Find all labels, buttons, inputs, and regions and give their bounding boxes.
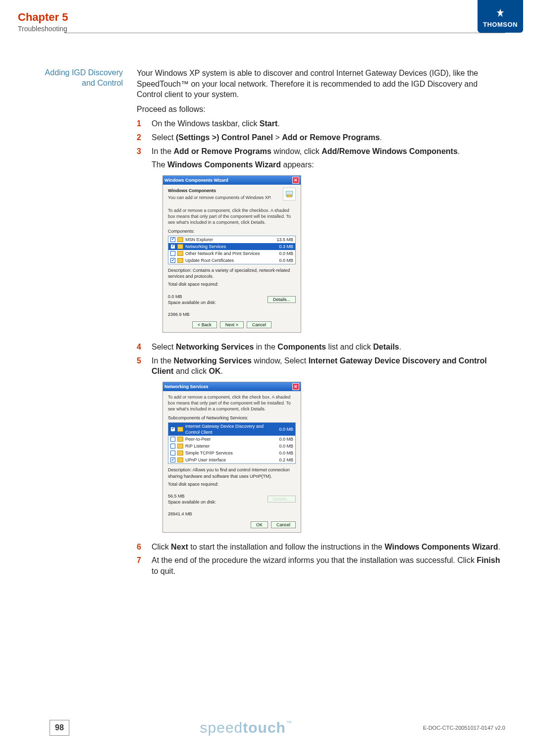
list-item[interactable]: RIP Listener0.0 MB [168,443,295,450]
step-6: 6 Click Next to start the installation a… [137,542,505,553]
step-1: 1 On the Windows taskbar, click Start. [137,118,505,129]
folder-icon [177,258,183,263]
step-number: 7 [137,555,145,576]
service-icon [177,444,183,449]
checkbox-icon[interactable] [170,237,175,242]
page-body: Adding IGD Discovery and Control Your Wi… [0,33,535,579]
totals-row: Total disk space required: 56.5 MB Space… [168,481,296,517]
dialog-subheading: You can add or remove components of Wind… [168,195,296,201]
details-button: Details... [268,496,296,503]
description-row: Description: Contains a variety of speci… [168,267,296,279]
next-button[interactable]: Next > [220,321,244,328]
folder-icon [177,244,183,249]
components-listbox[interactable]: MSN Explorer13.5 MB Networking Services0… [168,236,296,265]
speedtouch-logo: speedtouch™ [200,719,292,736]
dialog-help-text: To add or remove a component, click the … [168,207,296,225]
checkbox-icon[interactable] [170,251,175,256]
step-2: 2 Select (Settings >) Control Panel > Ad… [137,132,505,143]
page-footer: 98 speedtouch™ E-DOC-CTC-20051017-0147 v… [0,719,535,736]
list-item[interactable]: UPnP User Interface0.2 MB [168,456,295,463]
list-item[interactable]: Networking Services0.3 MB [168,243,295,250]
service-icon [177,451,183,455]
list-item[interactable]: Internet Gateway Device Discovery and Co… [168,423,295,436]
folder-icon [177,237,183,242]
service-icon [177,437,183,442]
step-text: In the Networking Services window, Selec… [152,355,505,539]
chapter-subtitle: Troubleshooting [18,25,68,33]
step-number: 5 [137,355,145,539]
folder-icon [177,251,183,256]
list-item[interactable]: MSN Explorer13.5 MB [168,236,295,243]
cancel-button[interactable]: Cancel [271,521,296,528]
checkbox-icon[interactable] [170,437,175,442]
dialog-title: Networking Services [164,384,209,390]
totals-row: Total disk space required: 0.0 MB Space … [168,281,296,317]
dialog-networking-services: Networking Services ✕ To add or remove a… [162,382,301,533]
ok-button[interactable]: OK [251,521,268,528]
components-label: Components: [168,228,296,234]
thomson-logo: THOMSON [478,0,523,33]
step-3: 3 In the Add or Remove Programs window, … [137,146,505,339]
step-text: At the end of the procedure the wizard i… [152,555,505,576]
checkbox-icon[interactable] [170,457,175,462]
dialog-titlebar: Windows Components Wizard ✕ [163,176,301,185]
dialog-help-text: To add or remove a component, click the … [168,394,296,412]
step-text: Select (Settings >) Control Panel > Add … [152,132,505,143]
screenshot-networking-services: Networking Services ✕ To add or remove a… [162,382,505,533]
close-icon[interactable]: ✕ [292,177,299,184]
checkbox-icon[interactable] [170,244,175,249]
step-number: 6 [137,542,145,553]
dialog-button-row: OK Cancel [168,521,296,528]
cancel-button[interactable]: Cancel [247,321,271,328]
close-icon[interactable]: ✕ [292,383,299,390]
page-number: 98 [50,720,69,736]
chapter-block: Chapter 5 Troubleshooting [18,11,68,33]
step-number: 2 [137,132,145,143]
step-4: 4 Select Networking Services in the Comp… [137,342,505,353]
service-icon [177,427,183,432]
step-text: Click Next to start the installation and… [152,542,505,553]
dialog-button-row: < Back Next > Cancel [168,321,296,328]
side-heading: Adding IGD Discovery and Control [18,68,137,579]
intro-paragraph: Your Windows XP system is able to discov… [137,68,505,100]
details-button[interactable]: Details... [268,296,296,303]
step-text: On the Windows taskbar, click Start. [152,118,505,129]
proceed-label: Proceed as follows: [137,104,505,115]
back-button[interactable]: < Back [192,321,217,328]
thomson-logo-text: THOMSON [483,21,518,28]
step-list: 1 On the Windows taskbar, click Start. 2… [137,118,505,576]
side-heading-line2: and Control [18,78,123,89]
step-number: 1 [137,118,145,129]
checkbox-icon[interactable] [170,444,175,449]
wizard-icon [283,188,296,201]
page-header: Chapter 5 Troubleshooting THOMSON [0,0,535,33]
dialog-titlebar: Networking Services ✕ [163,382,301,391]
step-number: 3 [137,146,145,339]
checkbox-icon[interactable] [170,258,175,263]
document-id: E-DOC-CTC-20051017-0147 v2.0 [423,725,505,731]
step-text: In the Add or Remove Programs window, cl… [152,146,505,339]
screenshot-components-wizard: Windows Components Wizard ✕ Windows Comp… [162,175,505,333]
dialog-title: Windows Components Wizard [164,177,228,183]
list-item[interactable]: Simple TCP/IP Services0.0 MB [168,450,295,456]
list-item[interactable]: Update Root Certificates0.0 MB [168,257,295,264]
side-heading-line1: Adding IGD Discovery [18,68,123,78]
dialog-heading: Windows Components [168,188,296,194]
dialog-windows-components-wizard: Windows Components Wizard ✕ Windows Comp… [162,175,301,333]
subcomponents-listbox[interactable]: Internet Gateway Device Discovery and Co… [168,422,296,464]
service-icon [177,457,183,462]
chapter-title: Chapter 5 [18,11,68,24]
step-number: 4 [137,342,145,353]
step-text: Select Networking Services in the Compon… [152,342,505,353]
step-7: 7 At the end of the procedure the wizard… [137,555,505,576]
description-row: Description: Allows you to find and cont… [168,467,296,479]
list-item[interactable]: Peer-to-Peer0.0 MB [168,436,295,443]
main-column: Your Windows XP system is able to discov… [137,68,505,579]
checkbox-icon[interactable] [170,451,175,455]
list-item[interactable]: Other Network File and Print Services0.0… [168,250,295,257]
step-5: 5 In the Networking Services window, Sel… [137,355,505,539]
subcomponents-label: Subcomponents of Networking Services: [168,415,296,421]
checkbox-icon[interactable] [170,427,175,432]
thomson-icon [495,8,506,19]
svg-rect-1 [287,195,292,197]
